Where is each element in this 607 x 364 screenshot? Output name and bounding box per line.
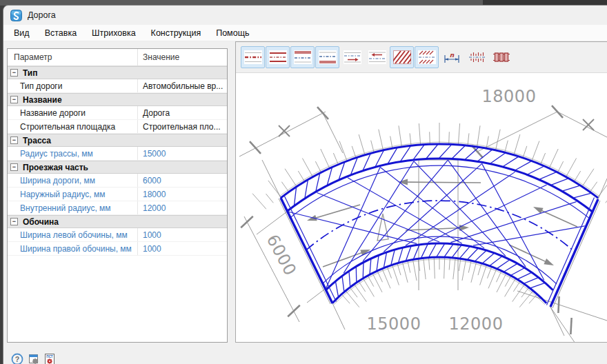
header-value: Значение [137, 49, 227, 65]
category-label: Название [23, 95, 62, 105]
svg-text:?: ? [15, 355, 19, 363]
toggle-thick-top-edge[interactable] [290, 46, 315, 68]
table-row[interactable]: Наружный радиус, мм 18000 [8, 188, 227, 201]
toggle-direction-backward[interactable] [365, 46, 389, 68]
table-row[interactable]: Название дороги Дорога [8, 106, 227, 120]
param-value[interactable]: 18000 [137, 188, 227, 201]
road-dialog-window: Дорога Вид Вставка Штриховка Конструкция… [3, 5, 607, 364]
display-toolbar: n [236, 42, 607, 72]
param-label: Ширина левой обочины, мм [8, 230, 137, 240]
table-row[interactable]: Ширина правой обочины, мм 1000 [8, 242, 227, 256]
shoulder-hatch-icon [418, 50, 436, 64]
thick-top-edge-icon [294, 50, 312, 64]
pst-settings-button[interactable]: ПСТ [43, 353, 56, 364]
param-value[interactable]: 15000 [137, 147, 227, 160]
param-label: Радиус трассы, мм [8, 149, 137, 159]
table-row[interactable]: Ширина левой обочины, мм 1000 [8, 228, 227, 242]
param-label: Ширина дороги, мм [8, 176, 137, 185]
param-label: Ширина правой обочины, мм [8, 244, 137, 254]
direction-backward-icon [368, 50, 386, 64]
window-titlebar[interactable]: Дорога [3, 6, 607, 25]
category-label: Трасса [23, 136, 51, 145]
param-value[interactable]: 12000 [137, 201, 227, 214]
category-row-route[interactable]: − Трасса [8, 134, 227, 147]
toggle-direction-forward[interactable] [340, 46, 364, 68]
collapse-icon[interactable]: − [10, 96, 18, 103]
menu-view[interactable]: Вид [6, 26, 37, 40]
menu-hatch[interactable]: Штриховка [84, 26, 143, 40]
param-value[interactable]: Строительная пло... [137, 120, 227, 133]
param-value[interactable]: Автомобильные вр... [137, 79, 227, 92]
axis-dashdot-icon [244, 50, 262, 64]
param-label: Строительная площадка [8, 122, 137, 132]
drawing-canvas: 18000 6000 15000 12000 [236, 72, 607, 343]
param-label: Тип дороги [8, 81, 137, 91]
dim-road-width: 6000 [263, 232, 300, 279]
dimension-n-icon: n [443, 50, 461, 64]
menu-construction[interactable]: Конструкция [143, 26, 209, 40]
svg-text:n: n [449, 52, 454, 59]
category-label: Обочина [23, 217, 59, 227]
menu-insert[interactable]: Вставка [37, 26, 84, 40]
table-row[interactable]: Ширина дороги, мм 6000 [8, 174, 227, 188]
dim-outer-radius: 18000 [482, 87, 537, 106]
category-row-name[interactable]: − Название [8, 93, 227, 106]
collapse-icon[interactable]: − [10, 163, 18, 171]
param-value[interactable]: Дорога [137, 106, 227, 119]
road-drawing: 18000 6000 15000 12000 [236, 73, 607, 343]
status-bar: ? ПСТ [3, 348, 607, 364]
table-row[interactable]: Радиус трассы, мм 15000 [8, 147, 227, 161]
toggle-culvert[interactable] [489, 46, 513, 68]
dim-centerline-radius: 15000 [367, 314, 421, 334]
param-value[interactable]: 1000 [137, 242, 227, 255]
settings-window-icon [28, 353, 40, 364]
param-label: Внутренний радиус, мм [8, 203, 137, 213]
full-hatch-icon [393, 50, 411, 64]
category-row-type[interactable]: − Тип [8, 66, 227, 79]
param-value[interactable]: 6000 [137, 174, 227, 187]
table-row[interactable]: Внутренний радиус, мм 12000 [8, 201, 227, 215]
param-label: Название дороги [8, 108, 137, 118]
collapse-icon[interactable]: − [10, 69, 18, 77]
parameter-table: Параметр Значение − Тип Тип дороги Автом… [7, 48, 228, 343]
toggle-dimension-n[interactable]: n [439, 46, 464, 68]
preview-panel: n [235, 41, 607, 343]
collapse-icon[interactable]: − [10, 218, 18, 225]
app-icon [10, 10, 22, 21]
toggle-road-edges[interactable] [266, 46, 290, 68]
toggle-full-hatch[interactable] [390, 46, 414, 68]
table-header: Параметр Значение [8, 49, 227, 66]
thick-bottom-edge-icon [319, 50, 337, 64]
dim-inner-radius: 12000 [449, 314, 504, 334]
category-label: Проезжая часть [23, 163, 88, 172]
toggle-slope-ticks[interactable] [464, 46, 488, 68]
road-edges-icon [269, 50, 287, 64]
category-label: Тип [23, 68, 38, 78]
param-value[interactable]: 1000 [137, 228, 227, 241]
menu-help[interactable]: Помощь [208, 26, 257, 40]
category-row-shoulder[interactable]: − Обочина [8, 215, 227, 228]
toggle-axis-dashdot[interactable] [241, 46, 265, 68]
svg-text:ПСТ: ПСТ [46, 355, 53, 358]
window-title: Дорога [28, 10, 56, 20]
table-row[interactable]: Строительная площадка Строительная пло..… [8, 120, 227, 134]
param-label: Наружный радиус, мм [8, 190, 137, 199]
toggle-shoulder-hatch[interactable] [415, 46, 439, 68]
pst-document-icon: ПСТ [43, 353, 56, 364]
direction-forward-icon [344, 50, 361, 64]
help-icon: ? [11, 353, 23, 364]
culvert-icon [492, 50, 510, 64]
slope-ticks-icon [468, 50, 486, 64]
collapse-icon[interactable]: − [10, 136, 18, 144]
header-parameter: Параметр [8, 52, 137, 62]
category-row-carriageway[interactable]: − Проезжая часть [8, 161, 227, 174]
settings-button[interactable] [28, 353, 40, 364]
toggle-thick-bottom-edge[interactable] [315, 46, 339, 68]
menu-bar: Вид Вставка Штриховка Конструкция Помощь [3, 25, 607, 41]
help-button[interactable]: ? [11, 353, 23, 364]
table-row[interactable]: Тип дороги Автомобильные вр... [8, 79, 227, 93]
